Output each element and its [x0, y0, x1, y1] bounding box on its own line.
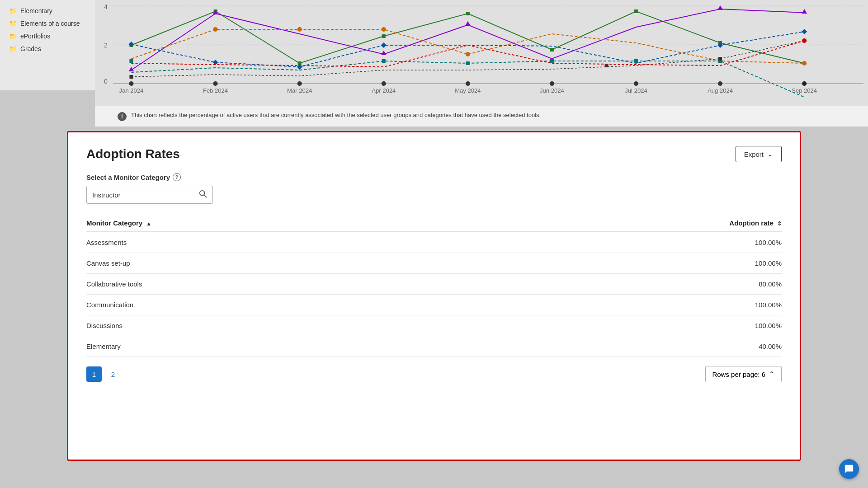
- svg-marker-49: [802, 29, 807, 34]
- help-icon[interactable]: ?: [173, 173, 181, 181]
- search-input[interactable]: [87, 188, 193, 202]
- select-monitor-label: Select a Monitor Category ?: [86, 173, 782, 181]
- sidebar-label-eportfolios: ePortfolios: [20, 33, 50, 40]
- svg-rect-29: [550, 48, 554, 52]
- svg-rect-27: [382, 34, 386, 38]
- svg-text:Jan 2024: Jan 2024: [119, 87, 144, 94]
- chart-note-text: This chart reflects the percentage of ac…: [131, 112, 541, 118]
- category-cell: Elementary: [86, 336, 472, 357]
- folder-icon: 📁: [9, 33, 17, 40]
- sidebar-label-grades: Grades: [20, 45, 41, 52]
- svg-text:Jun 2024: Jun 2024: [540, 87, 564, 94]
- pagination-area: 1 2 Rows per page: 6 ⌃: [86, 366, 782, 382]
- svg-point-38: [213, 27, 218, 32]
- svg-marker-44: [128, 42, 134, 47]
- svg-rect-56: [129, 75, 133, 79]
- table-row: Communication 100.00%: [86, 295, 782, 315]
- svg-rect-28: [466, 12, 470, 15]
- svg-text:0: 0: [104, 78, 108, 85]
- svg-point-20: [550, 81, 554, 86]
- chevron-up-icon: ⌃: [769, 370, 775, 378]
- svg-rect-51: [382, 59, 386, 63]
- folder-icon: 📁: [9, 45, 17, 52]
- svg-rect-58: [718, 57, 722, 61]
- svg-point-15: [129, 81, 133, 86]
- svg-rect-52: [466, 61, 470, 65]
- category-cell: Discussions: [86, 315, 472, 336]
- svg-point-43: [802, 61, 807, 66]
- svg-text:Jul 2024: Jul 2024: [625, 87, 647, 94]
- search-box: [86, 186, 213, 204]
- rate-cell: 100.00%: [472, 253, 782, 274]
- svg-point-39: [297, 27, 302, 32]
- svg-text:Apr 2024: Apr 2024: [372, 87, 396, 94]
- svg-rect-54: [634, 59, 638, 63]
- sidebar-item-elements-of-course[interactable]: 📁 Elements of a course: [0, 17, 95, 30]
- sort-asc-icon: ▲: [146, 221, 151, 227]
- chart-area: 4 2 0 Jan 2024 Feb 2024 Mar 2024 Apr 202…: [95, 0, 868, 127]
- svg-text:Sep 2024: Sep 2024: [792, 87, 817, 94]
- sidebar-item-elementary[interactable]: 📁 Elementary: [0, 5, 95, 17]
- svg-point-41: [466, 52, 470, 56]
- svg-point-60: [802, 38, 807, 43]
- chevron-down-icon: ⌄: [767, 150, 773, 158]
- info-icon: i: [118, 112, 127, 121]
- svg-point-40: [382, 27, 386, 32]
- svg-text:2: 2: [104, 42, 108, 49]
- svg-marker-46: [297, 64, 302, 70]
- rate-cell: 100.00%: [472, 315, 782, 336]
- export-button[interactable]: Export ⌄: [736, 146, 782, 162]
- sidebar: 📁 Elementary 📁 Elements of a course 📁 eP…: [0, 0, 95, 90]
- adoption-table: Monitor Category ▲ Adoption rate ⇕ Asses…: [86, 215, 782, 357]
- svg-text:Mar 2024: Mar 2024: [287, 87, 312, 94]
- svg-point-61: [200, 191, 205, 196]
- svg-marker-37: [802, 9, 807, 14]
- table-row: Discussions 100.00%: [86, 315, 782, 336]
- col-adoption-rate[interactable]: Adoption rate ⇕: [472, 215, 782, 232]
- svg-text:4: 4: [104, 3, 108, 10]
- svg-rect-50: [129, 59, 133, 63]
- table-row: Collaborative tools 80.00%: [86, 274, 782, 295]
- svg-point-19: [466, 81, 470, 86]
- svg-point-17: [297, 81, 302, 86]
- rate-cell: 100.00%: [472, 232, 782, 253]
- page-2-button[interactable]: 2: [105, 366, 121, 382]
- svg-point-21: [634, 81, 638, 86]
- svg-point-16: [213, 81, 218, 86]
- svg-text:Aug 2024: Aug 2024: [708, 87, 733, 94]
- chart-note: i This chart reflects the percentage of …: [95, 106, 868, 127]
- svg-point-18: [382, 81, 386, 86]
- svg-rect-30: [634, 9, 638, 13]
- category-cell: Communication: [86, 295, 472, 315]
- category-cell: Assessments: [86, 232, 472, 253]
- rate-cell: 80.00%: [472, 274, 782, 295]
- adoption-panel: Adoption Rates Export ⌄ Select a Monitor…: [67, 131, 801, 461]
- svg-text:Feb 2024: Feb 2024: [203, 87, 228, 94]
- export-label: Export: [744, 150, 764, 158]
- page-1-button[interactable]: 1: [86, 366, 102, 382]
- rows-per-page-label: Rows per page: 6: [712, 371, 765, 378]
- svg-marker-36: [717, 5, 723, 10]
- svg-line-62: [204, 195, 207, 197]
- category-cell: Collaborative tools: [86, 274, 472, 295]
- svg-rect-53: [550, 59, 554, 63]
- sort-both-icon: ⇕: [777, 221, 782, 227]
- sidebar-item-grades[interactable]: 📁 Grades: [0, 42, 95, 55]
- svg-text:May 2024: May 2024: [455, 87, 481, 94]
- svg-marker-34: [381, 51, 387, 55]
- col-monitor-category[interactable]: Monitor Category ▲: [86, 215, 472, 232]
- sidebar-item-eportfolios[interactable]: 📁 ePortfolios: [0, 30, 95, 42]
- chat-button[interactable]: [839, 459, 859, 479]
- svg-marker-47: [381, 42, 387, 48]
- sidebar-label-elements: Elements of a course: [20, 20, 80, 27]
- svg-marker-35: [465, 21, 471, 26]
- sidebar-label-elementary: Elementary: [20, 7, 52, 14]
- search-button[interactable]: [193, 186, 212, 203]
- rate-cell: 40.00%: [472, 336, 782, 357]
- rate-cell: 100.00%: [472, 295, 782, 315]
- category-cell: Canvas set-up: [86, 253, 472, 274]
- svg-point-22: [718, 81, 722, 86]
- svg-point-23: [802, 81, 807, 86]
- folder-icon: 📁: [9, 20, 17, 27]
- rows-per-page-button[interactable]: Rows per page: 6 ⌃: [705, 366, 782, 382]
